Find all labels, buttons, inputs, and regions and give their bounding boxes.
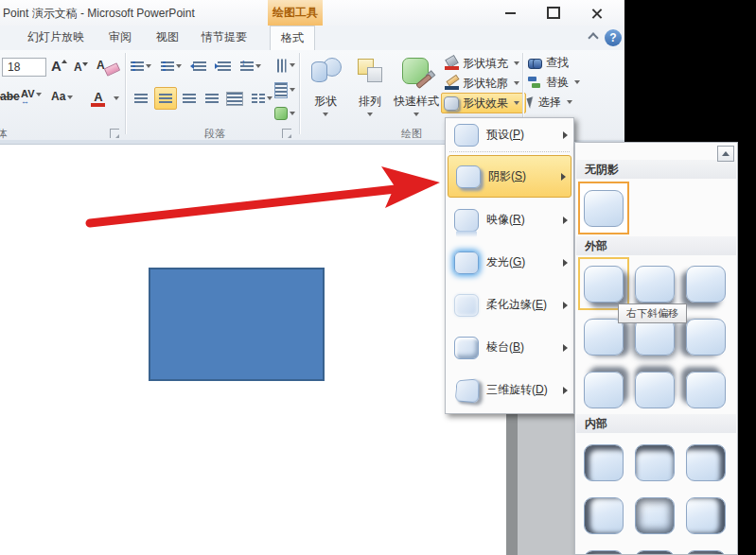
shadow-option-offset-diagonal-top-left[interactable]: [680, 363, 731, 416]
shadow-option-inside-diagonal-top-right[interactable]: [680, 436, 731, 489]
cursor-arrow-icon: [526, 96, 536, 109]
chevron-down-icon: [413, 113, 419, 116]
columns-button[interactable]: [252, 88, 273, 109]
tooltip: 右下斜偏移: [618, 304, 687, 323]
collapse-ribbon-icon[interactable]: [588, 32, 599, 40]
menu-item-preset[interactable]: 预设(P): [447, 120, 572, 149]
shadow-option-inside-top[interactable]: [629, 436, 680, 489]
convert-smartart-button[interactable]: [274, 103, 295, 124]
tab-storyboard[interactable]: 情节提要: [197, 26, 252, 49]
find-button[interactable]: 查找: [528, 54, 569, 71]
shadow-option-inside-diagonal-bottom-right[interactable]: [680, 542, 731, 555]
align-text-button[interactable]: [274, 79, 295, 100]
menu-item-glow[interactable]: 发光(G): [447, 241, 572, 284]
quick-styles-icon: [402, 56, 431, 84]
justify-button[interactable]: [202, 88, 222, 109]
grow-font-button[interactable]: A: [51, 58, 62, 74]
indent-lines-icon: [193, 61, 206, 72]
tab-review[interactable]: 审阅: [102, 26, 138, 49]
paragraph-dialog-launcher[interactable]: [282, 129, 291, 138]
chevron-down-icon: [36, 93, 42, 96]
chevron-down-icon: [514, 101, 519, 105]
decrease-indent-button[interactable]: [189, 56, 210, 77]
clear-formatting-button[interactable]: A: [97, 56, 119, 77]
shadow-thumb-inside-top: [635, 444, 675, 481]
shadow-option-inside-left[interactable]: [578, 489, 629, 542]
align-center-icon: [159, 94, 172, 104]
font-color-button[interactable]: A: [91, 88, 106, 107]
font-dialog-launcher[interactable]: [110, 129, 119, 138]
minimize-icon: [505, 12, 516, 14]
menu-item-bevel[interactable]: 棱台(B): [447, 326, 572, 369]
shadow-option-inside-bottom[interactable]: [629, 542, 680, 555]
menu-item-3d-rotation[interactable]: 三维旋转(D): [447, 369, 572, 411]
shadow-option-offset-top[interactable]: [629, 363, 680, 416]
menu-separator: [449, 151, 570, 152]
distribute-button[interactable]: [224, 88, 245, 109]
shape-effects-menu: 预设(P) 阴影(S) 映像(R) 发光(G) 柔化边缘(E) 棱台(B): [445, 117, 574, 414]
arrange-button[interactable]: 排列: [350, 54, 390, 128]
submenu-arrow-icon: [563, 131, 568, 139]
shape-effects-button[interactable]: 形状效果: [441, 93, 526, 113]
submenu-arrow-icon: [563, 259, 568, 267]
numbering-button[interactable]: [161, 56, 182, 77]
replace-button[interactable]: 替换: [528, 74, 580, 91]
shadow-option-inside-diagonal-top-left[interactable]: [578, 436, 629, 489]
maximize-button[interactable]: [539, 2, 568, 24]
text-direction-button[interactable]: [274, 55, 295, 76]
shadow-thumb-offset-bottom: [635, 266, 675, 303]
strikethrough-button[interactable]: abe: [0, 90, 20, 103]
tab-view[interactable]: 视图: [149, 26, 185, 49]
character-spacing-button[interactable]: AV↔: [21, 88, 42, 106]
shadow-option-offset-diagonal-top-right[interactable]: [578, 363, 629, 416]
smartart-icon: [274, 107, 288, 120]
tab-slideshow[interactable]: 幻灯片放映: [23, 26, 89, 49]
shadow-option-offset-left[interactable]: [680, 310, 731, 363]
no-shadow-grid: [578, 182, 737, 234]
indent-arrow-icon: [190, 63, 194, 69]
tab-format[interactable]: 格式: [270, 26, 315, 51]
submenu-arrow-icon: [561, 173, 566, 181]
shape-outline-button[interactable]: 形状轮廓: [445, 75, 519, 92]
shapes-button[interactable]: 形状: [305, 54, 346, 128]
shadow-option-none[interactable]: [578, 182, 629, 234]
blue-rectangle-shape[interactable]: [149, 268, 325, 381]
shadow-thumb-inside-right: [686, 497, 726, 534]
menu-item-shadow[interactable]: 阴影(S): [448, 155, 571, 198]
quick-styles-button[interactable]: 快速样式: [392, 54, 441, 128]
scroll-up-button[interactable]: [717, 146, 734, 162]
help-button[interactable]: ?: [605, 29, 622, 46]
submenu-arrow-icon: [563, 387, 568, 394]
select-button[interactable]: 选择: [528, 94, 572, 111]
minimize-button[interactable]: [496, 2, 524, 24]
submenu-arrow-icon: [563, 302, 568, 309]
shrink-font-button[interactable]: A: [74, 61, 82, 74]
submenu-arrow-icon: [563, 217, 568, 224]
font-size-combo[interactable]: 18: [2, 58, 46, 77]
shadow-option-offset-bottom[interactable]: [629, 257, 680, 310]
change-case-button[interactable]: Aa: [51, 90, 73, 103]
align-center-button[interactable]: [154, 87, 177, 110]
shape-outline-icon: [445, 77, 459, 90]
increase-indent-button[interactable]: [214, 56, 235, 77]
shadow-option-offset-diagonal-bottom-left[interactable]: [680, 257, 731, 310]
align-left-button[interactable]: [131, 88, 151, 109]
close-button[interactable]: [583, 2, 611, 24]
drawing-group-label: 绘图: [401, 127, 422, 141]
line-spacing-button[interactable]: ↕: [240, 56, 261, 77]
chevron-down-icon: [514, 61, 519, 65]
shadow-option-inside-diagonal-bottom-left[interactable]: [578, 542, 629, 555]
shape-fill-button[interactable]: 形状填充: [445, 55, 519, 72]
chevron-down-icon: [290, 63, 295, 67]
menu-item-soft-edges[interactable]: 柔化边缘(E): [447, 284, 572, 326]
shadow-thumb-offset-center: [635, 319, 675, 356]
shadow-option-inside-center[interactable]: [629, 489, 680, 542]
align-right-button[interactable]: [179, 88, 200, 109]
shadow-option-offset-diagonal-bottom-right[interactable]: [578, 257, 629, 310]
shadow-option-inside-right[interactable]: [680, 489, 731, 542]
columns-icon: [252, 94, 257, 104]
shadow-thumb-inside-diagonal-bottom-left: [584, 550, 624, 555]
menu-item-reflection[interactable]: 映像(R): [447, 199, 572, 241]
chevron-down-icon[interactable]: [114, 96, 119, 100]
bullets-button[interactable]: [131, 56, 151, 77]
